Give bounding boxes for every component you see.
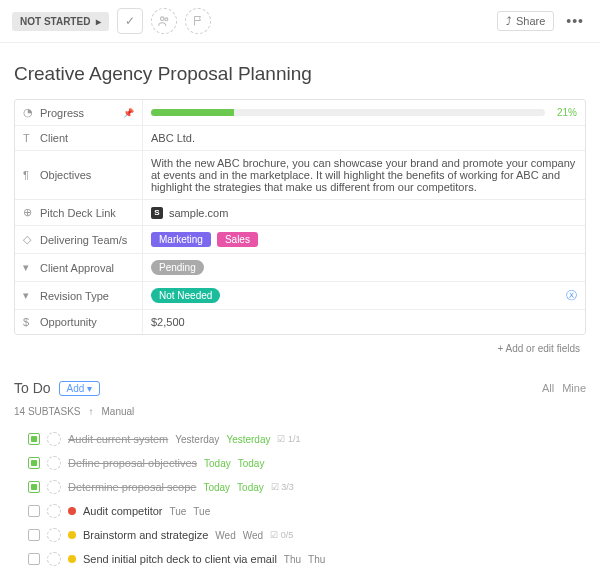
approval-chip: Pending: [151, 260, 204, 275]
field-teams: ◇Delivering Team/s Marketing Sales: [15, 226, 585, 254]
task-name: Send initial pitch deck to client via em…: [83, 553, 277, 565]
share-button[interactable]: ⤴ Share: [497, 11, 554, 31]
filter-mine[interactable]: Mine: [562, 382, 586, 394]
teams-value[interactable]: Marketing Sales: [143, 226, 585, 253]
task-checkbox[interactable]: [28, 433, 40, 445]
field-pitch-link: ⊕Pitch Deck Link Ssample.com: [15, 200, 585, 226]
task-date-2: Today: [238, 458, 265, 469]
clear-icon[interactable]: ⓧ: [566, 288, 577, 303]
priority-button[interactable]: [185, 8, 211, 34]
field-progress: ◔Progress📌 21%: [15, 100, 585, 126]
subtask-count: ☑ 3/3: [271, 482, 294, 492]
task-date-2: Wed: [243, 530, 263, 541]
task-date-2: Thu: [308, 554, 325, 565]
assignee-icon[interactable]: [47, 552, 61, 566]
link-icon: ⊕: [23, 206, 35, 219]
task-list: Audit current systemYesterdayYesterday☑ …: [14, 427, 586, 569]
task-name: Brainstorm and strategize: [83, 529, 208, 541]
task-date-1: Yesterday: [175, 434, 219, 445]
priority-dot: [68, 531, 76, 539]
task-date-1: Wed: [215, 530, 235, 541]
task-checkbox[interactable]: [28, 505, 40, 517]
svg-point-1: [165, 18, 168, 21]
progress-fill: [151, 109, 234, 116]
check-icon: ✓: [125, 14, 135, 28]
revision-chip: Not Needed: [151, 288, 220, 303]
sort-mode[interactable]: Manual: [102, 406, 135, 417]
pitch-link-value[interactable]: Ssample.com: [143, 200, 585, 225]
toolbar: NOT STARTED ▸ ✓ ⤴ Share •••: [0, 0, 600, 43]
task-checkbox[interactable]: [28, 481, 40, 493]
sort-icon: ↑: [89, 406, 94, 417]
money-icon: $: [23, 316, 35, 328]
task-name: Audit competitor: [83, 505, 162, 517]
field-label: Objectives: [40, 169, 91, 181]
task-checkbox[interactable]: [28, 553, 40, 565]
share-icon: ⤴: [506, 15, 512, 27]
task-checkbox[interactable]: [28, 529, 40, 541]
fields-table: ◔Progress📌 21% TClient ABC Ltd. ¶Objecti…: [14, 99, 586, 335]
subtask-count: 14 SUBTASKS: [14, 406, 81, 417]
more-icon: •••: [566, 13, 584, 29]
assignee-icon[interactable]: [47, 456, 61, 470]
objectives-value[interactable]: With the new ABC brochure, you can showc…: [143, 151, 585, 199]
approval-value[interactable]: Pending: [143, 254, 585, 281]
task-name: Define proposal objectives: [68, 457, 197, 469]
team-chip: Marketing: [151, 232, 211, 247]
todo-header: To Do Add ▾ All Mine: [14, 380, 586, 396]
dropdown-icon: ▾: [23, 261, 35, 274]
subtask-count: ☑ 0/5: [270, 530, 293, 540]
check-button[interactable]: ✓: [117, 8, 143, 34]
field-label: Revision Type: [40, 290, 109, 302]
chevron-right-icon: ▸: [96, 16, 101, 27]
task-date-1: Today: [204, 458, 231, 469]
filter-all[interactable]: All: [542, 382, 554, 394]
assignee-icon[interactable]: [47, 504, 61, 518]
task-date-1: Tue: [169, 506, 186, 517]
add-task-button[interactable]: Add ▾: [59, 381, 101, 396]
add-fields-link[interactable]: + Add or edit fields: [14, 335, 586, 358]
site-icon: S: [151, 207, 163, 219]
opportunity-value[interactable]: $2,500: [143, 310, 585, 334]
revision-value[interactable]: Not Neededⓧ: [143, 282, 585, 309]
task-name: Audit current system: [68, 433, 168, 445]
task-row[interactable]: Define proposal objectivesTodayToday: [14, 451, 586, 475]
svg-point-0: [161, 17, 165, 21]
task-date-2: Yesterday: [226, 434, 270, 445]
task-row[interactable]: Audit current systemYesterdayYesterday☑ …: [14, 427, 586, 451]
status-button[interactable]: NOT STARTED ▸: [12, 12, 109, 31]
todo-heading: To Do: [14, 380, 51, 396]
task-row[interactable]: Brainstorm and strategizeWedWed☑ 0/5: [14, 523, 586, 547]
client-value[interactable]: ABC Ltd.: [143, 126, 585, 150]
subtask-count: ☑ 1/1: [277, 434, 300, 444]
subtask-header: 14 SUBTASKS ↑ Manual: [14, 406, 586, 417]
dropdown-icon: ▾: [23, 289, 35, 302]
field-label: Client: [40, 132, 68, 144]
progress-pct: 21%: [557, 107, 577, 118]
task-date-2: Tue: [193, 506, 210, 517]
assignee-icon[interactable]: [47, 432, 61, 446]
assignee-icon[interactable]: [47, 528, 61, 542]
field-objectives: ¶Objectives With the new ABC brochure, y…: [15, 151, 585, 200]
more-button[interactable]: •••: [562, 13, 588, 29]
assignee-button[interactable]: [151, 8, 177, 34]
task-name: Determine proposal scope: [68, 481, 196, 493]
text-icon: ¶: [23, 169, 35, 181]
task-row[interactable]: Send initial pitch deck to client via em…: [14, 547, 586, 569]
tag-icon: ◇: [23, 233, 35, 246]
assignee-icon[interactable]: [47, 480, 61, 494]
priority-dot: [68, 555, 76, 563]
status-label: NOT STARTED: [20, 16, 90, 27]
field-client: TClient ABC Ltd.: [15, 126, 585, 151]
progress-value[interactable]: 21%: [143, 100, 585, 125]
task-row[interactable]: Audit competitorTueTue: [14, 499, 586, 523]
progress-bar: [151, 109, 545, 116]
team-chip: Sales: [217, 232, 258, 247]
task-date-2: Today: [237, 482, 264, 493]
field-label: Opportunity: [40, 316, 97, 328]
field-label: Progress: [40, 107, 84, 119]
field-label: Pitch Deck Link: [40, 207, 116, 219]
task-row[interactable]: Determine proposal scopeTodayToday☑ 3/3: [14, 475, 586, 499]
task-checkbox[interactable]: [28, 457, 40, 469]
field-label: Client Approval: [40, 262, 114, 274]
